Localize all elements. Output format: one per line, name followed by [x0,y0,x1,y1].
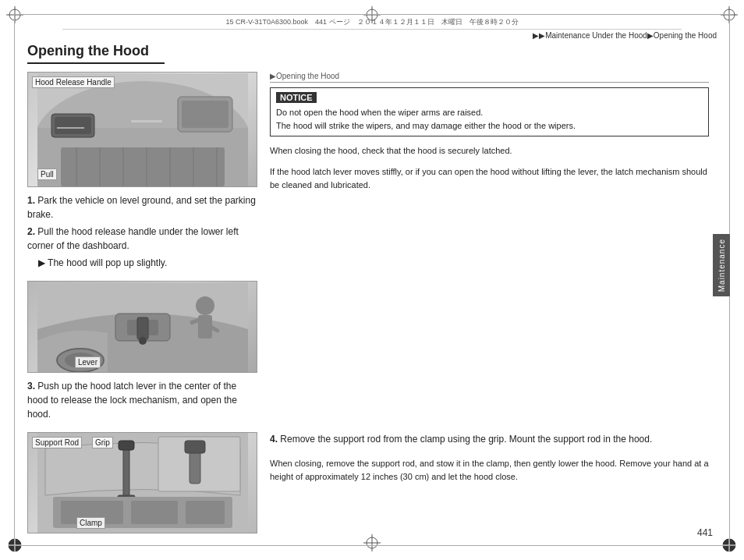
bottom-section: Support Rod Grip Clamp 4. Remove the sup… [27,432,709,540]
notice-title: NOTICE [276,92,317,103]
image-3-wrapper: Support Rod Grip Clamp [27,432,257,540]
right-column: ▶Opening the Hood NOTICE Do not open the… [270,72,709,432]
svg-rect-55 [185,441,205,453]
notice-box: NOTICE Do not open the hood when the wip… [270,87,709,136]
notice-text-1: Do not open the hood when the wiper arms… [276,106,703,119]
svg-rect-37 [137,317,148,339]
right-section-title: ▶Opening the Hood [270,72,709,83]
main-content: Opening the Hood [27,43,709,529]
right-paragraph-2: If the hood latch lever moves stiffly, o… [270,165,709,192]
svg-rect-47 [119,441,134,450]
step-2-sub: ▶ The hood will pop up slightly. [27,256,257,270]
step-4-closing-wrapper: 4. Remove the support rod from the clamp… [270,432,709,540]
left-column: Hood Release Handle Pull 1. Park the veh… [27,72,257,432]
label-lever: Lever [75,356,101,368]
step-3-block: 3. Push up the hood latch lever in the c… [27,379,257,421]
label-clamp: Clamp [76,517,105,529]
svg-rect-52 [186,501,225,524]
hood-release-svg [37,73,248,186]
label-hood-release-handle: Hood Release Handle [32,76,115,88]
step-4-text: 4. Remove the support rod from the clamp… [270,432,709,446]
svg-point-39 [196,296,214,315]
maintenance-tab: Maintenance [713,234,730,296]
image-support-rod: Support Rod Grip Clamp [27,432,257,533]
label-grip: Grip [92,437,113,448]
step-3-text: 3. Push up the hood latch lever in the c… [27,379,257,421]
step-4-block: 4. Remove the support rod from the clamp… [270,432,709,446]
maintenance-tab-label: Maintenance [717,239,726,292]
page-title: Opening the Hood [27,43,165,64]
notice-text-2: The hood will strike the wipers, and may… [276,119,703,133]
image-hood-release: Hood Release Handle Pull [27,72,257,187]
svg-rect-46 [123,445,129,499]
closing-text: When closing, remove the support rod, an… [270,457,709,484]
two-column-layout: Hood Release Handle Pull 1. Park the veh… [27,72,709,432]
svg-rect-32 [182,101,229,128]
breadcrumb: ▶▶Maintenance Under the Hood▶Opening the… [533,31,717,40]
svg-rect-51 [131,501,178,524]
lever-svg [37,282,248,372]
lever-image [28,282,257,372]
label-pull: Pull [37,168,57,180]
image-lever: Lever [27,281,257,373]
svg-rect-21 [61,147,225,186]
svg-rect-33 [131,120,162,122]
right-paragraph-1: When closing the hood, check that the ho… [270,144,709,158]
file-info: 15 CR-V-31T0A6300.book 441 ページ ２０１４年１２月１… [62,17,682,30]
svg-point-38 [139,337,147,345]
step-2-text: 2. Pull the hood release handle under th… [27,225,257,253]
step-1-text: 1. Park the vehicle on level ground, and… [27,193,257,222]
label-support-rod: Support Rod [32,437,82,448]
svg-rect-30 [55,117,91,134]
step-1-2-block: 1. Park the vehicle on level ground, and… [27,193,257,270]
hood-release-image [28,73,257,186]
